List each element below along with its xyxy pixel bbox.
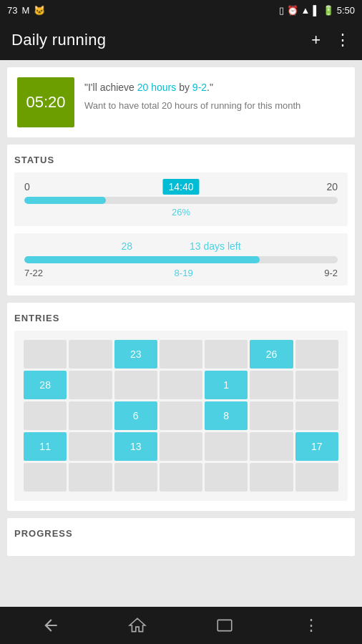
time-bar-labels: 0 14:40 20 (24, 181, 338, 192)
calendar-cell[interactable]: 13 (114, 432, 157, 461)
status-header: STATUS (14, 155, 348, 165)
time-bar-current: 14:40 (162, 179, 199, 195)
bottom-nav: ⋮ (0, 607, 362, 644)
calendar-cell[interactable] (205, 432, 248, 461)
calendar-cell[interactable] (69, 463, 112, 492)
time-progress-percent: 26% (24, 207, 338, 218)
app-bar-actions: + ⋮ (311, 31, 351, 49)
add-button[interactable]: + (311, 31, 321, 49)
date-mid: 8-19 (175, 268, 193, 278)
quote-end: ." (207, 82, 213, 93)
wifi-icon: ▲ (301, 5, 310, 16)
calendar-cell[interactable] (295, 463, 338, 492)
calendar-cell[interactable]: 28 (24, 371, 67, 399)
entries-header: ENTRIES (14, 313, 348, 323)
calendar-cell[interactable] (69, 401, 112, 430)
recents-button[interactable] (203, 607, 246, 644)
gmail-icon: M (21, 5, 29, 16)
entries-card: ENTRIES 232628168111317 (7, 303, 355, 511)
calendar-grid: 232628168111317 (14, 331, 348, 501)
progress-card: PROGRESS (7, 518, 355, 556)
calendar-cell[interactable] (24, 463, 67, 492)
alarm-icon: ⏰ (287, 5, 298, 16)
calendar-cell[interactable] (160, 371, 202, 399)
sim-icon: ▯ (279, 5, 284, 16)
battery-level: 73 (7, 5, 17, 16)
app-bar-title: Daily running (11, 31, 311, 49)
calendar-cell[interactable] (250, 371, 293, 399)
quote-start: "I'll achieve (84, 82, 137, 93)
signal-icon: ▌ (313, 5, 319, 16)
date-bar-fill (24, 256, 260, 263)
days-left: 13 days left (190, 240, 241, 252)
status-bar-left: 73 M 🐱 (7, 5, 45, 16)
calendar-cell[interactable] (69, 432, 112, 461)
clock: 5:50 (337, 5, 355, 16)
calendar-cell[interactable] (295, 401, 338, 430)
current-time-display: 05:20 (17, 77, 74, 127)
quote-mid: by (176, 82, 192, 93)
calendar-cell[interactable]: 26 (250, 340, 293, 369)
back-button[interactable] (29, 607, 72, 644)
date-end: 9-2 (324, 268, 338, 278)
time-bar-min: 0 (24, 181, 30, 192)
date-bar-section: 28 13 days left 7-22 8-19 9-2 (14, 233, 348, 286)
date-bar-top: 28 13 days left (24, 240, 338, 252)
calendar-cell[interactable]: 8 (205, 401, 248, 430)
calendar-cell[interactable] (295, 340, 338, 369)
target-date: 9-2 (192, 82, 207, 93)
calendar-cell[interactable]: 23 (114, 340, 157, 369)
cat-icon: 🐱 (34, 5, 45, 16)
calendar-cell[interactable] (114, 463, 157, 492)
goal-card: 05:20 "I'll achieve 20 hours by 9-2." Wa… (7, 67, 355, 137)
calendar-cell[interactable] (160, 463, 202, 492)
target-hours: 20 hours (137, 82, 176, 93)
calendar-cell[interactable] (69, 340, 112, 369)
date-bar-labels: 7-22 8-19 9-2 (24, 268, 338, 278)
calendar-cell[interactable] (250, 401, 293, 430)
status-card: STATUS 0 14:40 20 26% 28 13 days left (7, 145, 355, 296)
days-count: 28 (121, 240, 132, 252)
calendar-cell[interactable]: 6 (114, 401, 157, 430)
goal-subtext: Want to have total 20 hours of running f… (84, 99, 345, 112)
calendar-cell[interactable] (69, 371, 112, 399)
calendar-cell[interactable] (205, 340, 248, 369)
calendar-cell[interactable] (114, 371, 157, 399)
battery-icon: 🔋 (323, 5, 334, 16)
date-bar-track (24, 256, 338, 263)
calendar-cell[interactable] (295, 371, 338, 399)
goal-text: "I'll achieve 20 hours by 9-2." Want to … (84, 77, 345, 112)
overflow-menu-button[interactable]: ⋮ (335, 31, 351, 49)
calendar-table: 232628168111317 (21, 338, 341, 494)
date-start: 7-22 (24, 268, 43, 278)
main-content: 05:20 "I'll achieve 20 hours by 9-2." Wa… (0, 60, 362, 607)
calendar-cell[interactable] (205, 463, 248, 492)
home-button[interactable] (116, 607, 159, 644)
status-bar-right: ▯ ⏰ ▲ ▌ 🔋 5:50 (279, 5, 355, 16)
calendar-cell[interactable] (160, 432, 202, 461)
calendar-cell[interactable]: 11 (24, 432, 67, 461)
calendar-cell[interactable]: 1 (205, 371, 248, 399)
status-bar: 73 M 🐱 ▯ ⏰ ▲ ▌ 🔋 5:50 (0, 0, 362, 20)
overflow-nav-button[interactable]: ⋮ (290, 607, 333, 644)
svg-rect-0 (217, 620, 232, 630)
calendar-cell[interactable] (24, 401, 67, 430)
progress-header: PROGRESS (14, 528, 348, 539)
time-progress-track (24, 197, 338, 204)
calendar-cell[interactable] (160, 401, 202, 430)
calendar-cell[interactable]: 17 (295, 432, 338, 461)
calendar-cell[interactable] (160, 340, 202, 369)
calendar-cell[interactable] (250, 432, 293, 461)
calendar-cell[interactable] (250, 463, 293, 492)
goal-headline: "I'll achieve 20 hours by 9-2." (84, 80, 345, 95)
time-bar-section: 0 14:40 20 26% (14, 172, 348, 226)
calendar-cell[interactable] (24, 340, 67, 369)
time-progress-fill (24, 197, 106, 204)
app-bar: Daily running + ⋮ (0, 20, 362, 60)
time-bar-max: 20 (326, 181, 338, 192)
